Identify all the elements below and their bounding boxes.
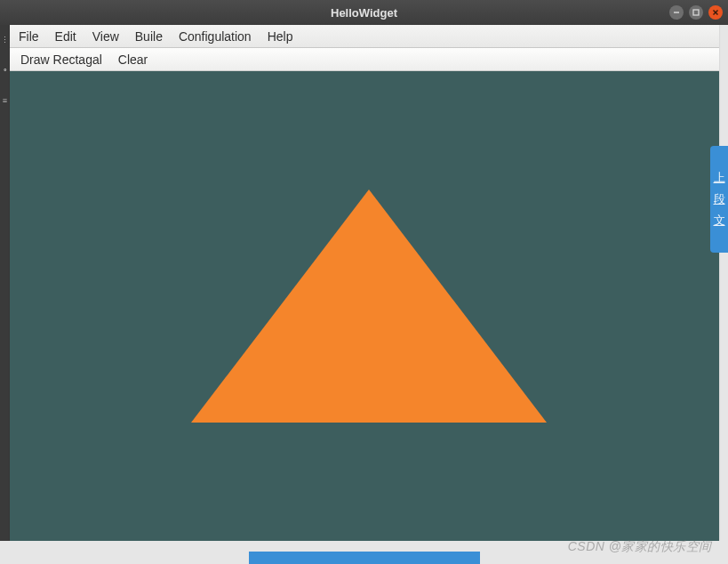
minimize-icon[interactable] xyxy=(669,5,684,20)
bottom-blue-strip xyxy=(249,552,480,564)
window-title: HelloWidget xyxy=(331,6,397,20)
toolbar: Draw Rectagal Clear xyxy=(10,48,719,71)
watermark-text: CSDN @家家的快乐空间 xyxy=(568,539,712,555)
triangle-shape xyxy=(191,189,547,423)
titlebar: HelloWidget xyxy=(0,0,728,25)
menu-build[interactable]: Buile xyxy=(135,29,163,44)
close-icon[interactable] xyxy=(708,5,723,20)
os-side-strip: ⋮ ∘ ≡ xyxy=(0,25,10,541)
menu-edit[interactable]: Edit xyxy=(55,29,76,44)
menu-file[interactable]: File xyxy=(19,29,39,44)
side-glyph-icon: ⋮ xyxy=(1,36,9,44)
window-controls xyxy=(669,5,723,20)
right-tab-char: 上 xyxy=(714,170,725,186)
draw-rectagal-button[interactable]: Draw Rectagal xyxy=(20,52,102,67)
right-tab-char: 段 xyxy=(714,191,725,207)
menu-help[interactable]: Help xyxy=(268,29,293,44)
side-glyph-icon: ≡ xyxy=(3,96,7,105)
clear-button[interactable]: Clear xyxy=(118,52,148,67)
application-window: File Edit View Buile Configulation Help … xyxy=(10,25,719,541)
side-glyph-icon: ∘ xyxy=(3,66,8,75)
right-side-tab[interactable]: 上 段 文 xyxy=(710,146,728,253)
menu-view[interactable]: View xyxy=(92,29,119,44)
right-tab-char: 文 xyxy=(714,213,725,229)
svg-rect-1 xyxy=(693,10,699,15)
menu-configulation[interactable]: Configulation xyxy=(179,29,252,44)
menubar: File Edit View Buile Configulation Help xyxy=(10,25,719,48)
maximize-icon[interactable] xyxy=(689,5,703,20)
drawing-canvas[interactable] xyxy=(10,71,719,541)
